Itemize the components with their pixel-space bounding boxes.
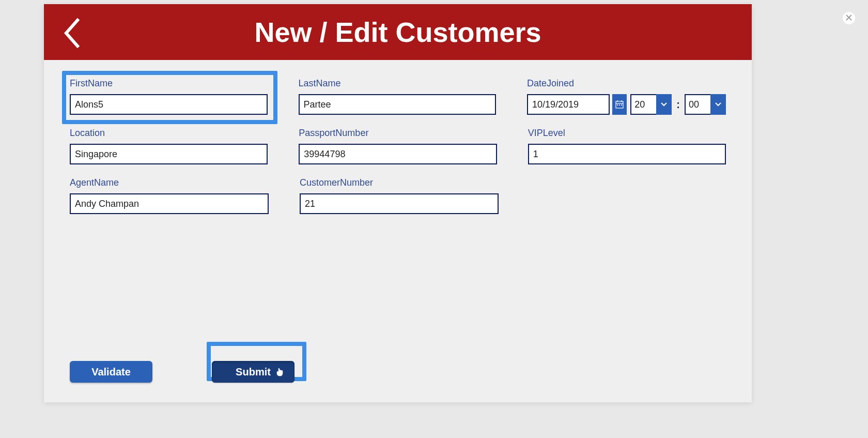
agentname-group: AgentName: [70, 177, 269, 214]
cursor-pointer-icon: [276, 367, 283, 379]
datejoined-label: DateJoined: [527, 78, 726, 89]
passportnumber-input[interactable]: [299, 144, 497, 164]
passportnumber-label: PassportNumber: [299, 128, 497, 139]
close-button[interactable]: [843, 12, 855, 24]
close-icon: [846, 13, 852, 23]
viplevel-label: VIPLevel: [528, 128, 726, 139]
datejoined-group: DateJoined: [527, 78, 726, 115]
viplevel-input[interactable]: [528, 144, 726, 164]
location-input[interactable]: [70, 144, 268, 164]
modal-header: New / Edit Customers: [44, 4, 752, 60]
form-body: FirstName LastName DateJoined: [44, 60, 752, 402]
back-button[interactable]: [62, 17, 81, 51]
viplevel-group: VIPLevel: [528, 128, 726, 164]
customer-form-modal: New / Edit Customers FirstName LastName …: [44, 4, 752, 402]
location-label: Location: [70, 128, 268, 139]
minute-select: [685, 94, 726, 115]
page-title: New / Edit Customers: [44, 16, 752, 48]
calendar-icon: [615, 100, 624, 109]
customernumber-input[interactable]: [300, 193, 499, 214]
chevron-left-icon: [62, 17, 81, 49]
buttons-row: Validate Submit: [70, 361, 295, 383]
form-row-3: AgentName CustomerNumber: [70, 177, 726, 214]
chevron-down-icon: [715, 102, 722, 107]
svg-rect-5: [619, 104, 620, 105]
svg-rect-4: [617, 104, 618, 105]
submit-button-label: Submit: [236, 366, 271, 378]
passportnumber-group: PassportNumber: [299, 128, 497, 164]
firstname-label: FirstName: [70, 78, 268, 89]
location-group: Location: [70, 128, 268, 164]
date-inputs-row: :: [527, 94, 726, 115]
hour-input[interactable]: [630, 94, 657, 115]
customernumber-group: CustomerNumber: [300, 177, 499, 214]
date-input[interactable]: [527, 94, 610, 115]
firstname-input[interactable]: [70, 94, 268, 115]
form-row-1: FirstName LastName DateJoined: [70, 78, 726, 115]
minute-input[interactable]: [685, 94, 711, 115]
customernumber-label: CustomerNumber: [300, 177, 499, 188]
time-separator: :: [676, 99, 680, 111]
agentname-label: AgentName: [70, 177, 269, 188]
agentname-input[interactable]: [70, 193, 269, 214]
chevron-down-icon: [660, 102, 668, 107]
calendar-picker-button[interactable]: [612, 94, 627, 115]
svg-rect-6: [621, 104, 622, 105]
lastname-label: LastName: [299, 78, 497, 89]
form-row-2: Location PassportNumber VIPLevel: [70, 128, 726, 164]
lastname-input[interactable]: [299, 94, 497, 115]
submit-button[interactable]: Submit: [212, 361, 295, 383]
lastname-group: LastName: [299, 78, 497, 115]
validate-button[interactable]: Validate: [70, 361, 152, 383]
hour-select: [630, 94, 672, 115]
hour-dropdown-button[interactable]: [656, 94, 672, 115]
firstname-group: FirstName: [70, 78, 268, 115]
minute-dropdown-button[interactable]: [710, 94, 726, 115]
